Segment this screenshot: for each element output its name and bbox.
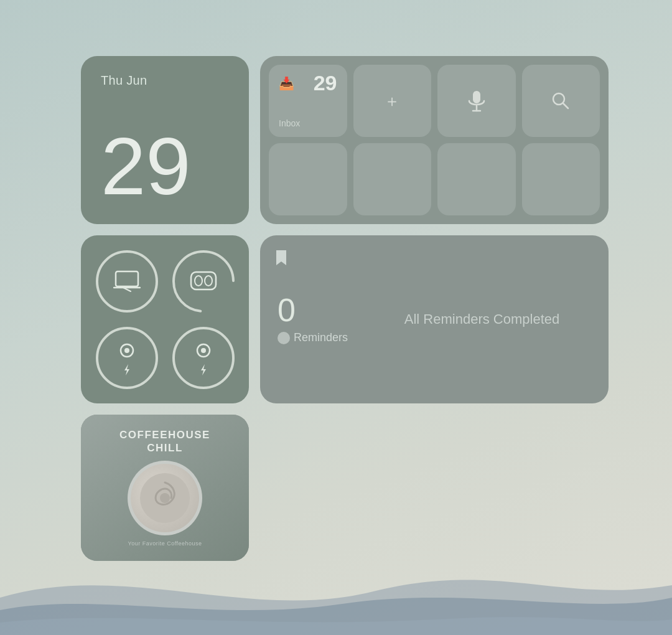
calendar-widget[interactable]: Thu Jun 29 <box>81 56 249 224</box>
inbox-tray-icon: 📥 <box>279 76 294 91</box>
reminder-count: 0 <box>278 294 348 326</box>
airpods-case-icon <box>190 270 217 293</box>
search-button[interactable] <box>522 65 600 137</box>
search-icon <box>551 91 571 111</box>
svg-point-11 <box>195 276 202 286</box>
ctrl-empty-3[interactable] <box>437 143 516 215</box>
music-title: COFFEEHOUSECHILL <box>119 429 210 454</box>
reminder-dot-icon <box>278 332 290 344</box>
bookmark-icon <box>275 249 287 270</box>
ctrl-empty-2[interactable] <box>353 143 432 215</box>
ctrl-empty-4[interactable] <box>522 143 600 215</box>
inbox-button[interactable]: 📥 29 Inbox <box>269 65 347 137</box>
coffee-swirl <box>137 470 193 526</box>
add-button[interactable]: ＋ <box>353 65 432 137</box>
lightning-right-icon <box>199 364 208 376</box>
svg-line-4 <box>563 103 568 108</box>
svg-rect-6 <box>116 271 138 286</box>
laptop-icon <box>113 270 141 293</box>
mic-button[interactable] <box>437 65 516 137</box>
svg-point-20 <box>160 493 170 503</box>
coffee-cup-inner <box>131 464 199 532</box>
reminders-widget[interactable]: 0 Reminders All Reminders Completed <box>260 235 609 403</box>
battery-widget <box>81 235 249 403</box>
music-subtitle: Your Favorite Coffeehouse <box>128 540 202 547</box>
add-icon: ＋ <box>384 90 400 112</box>
svg-point-15 <box>124 348 129 353</box>
calendar-day: Thu Jun <box>101 73 231 88</box>
svg-point-12 <box>205 276 212 286</box>
inbox-label: Inbox <box>279 113 300 128</box>
svg-point-18 <box>201 348 206 353</box>
airpods-right-device <box>169 324 238 392</box>
calendar-date: 29 <box>101 126 231 207</box>
lightning-left-icon <box>123 364 131 376</box>
reminder-label: Reminders <box>294 331 348 345</box>
airpods-left-icon <box>116 339 138 362</box>
svg-rect-0 <box>473 91 480 103</box>
music-widget[interactable]: COFFEEHOUSECHILL Your Favorite Coffeehou… <box>81 415 249 561</box>
airpods-right-icon <box>192 339 215 362</box>
reminder-left-panel: 0 Reminders <box>278 294 348 345</box>
coffee-cup-art <box>128 461 202 535</box>
reminder-completed-text: All Reminders Completed <box>373 311 591 327</box>
airpods-left-device <box>93 324 161 392</box>
airpods-case-device <box>169 247 238 316</box>
inbox-count: 29 <box>314 72 337 93</box>
widgets-area: Thu Jun 29 📥 29 Inbox ＋ <box>81 56 609 561</box>
mic-icon <box>467 90 487 112</box>
ctrl-empty-1[interactable] <box>269 143 347 215</box>
laptop-device <box>93 247 161 316</box>
control-widget: 📥 29 Inbox ＋ <box>260 56 609 224</box>
reminder-label-row: Reminders <box>278 331 348 345</box>
music-inner: COFFEEHOUSECHILL Your Favorite Coffeehou… <box>81 415 249 561</box>
